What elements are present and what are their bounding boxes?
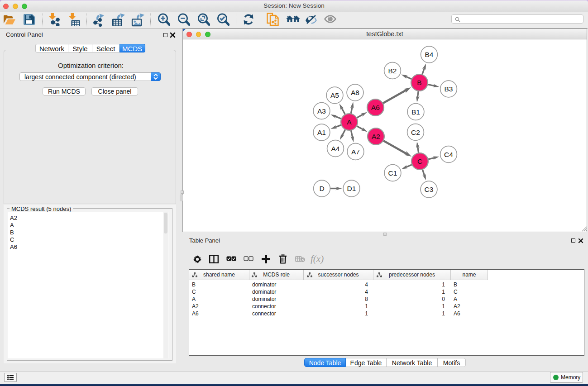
svg-text:A5: A5	[330, 91, 339, 99]
svg-text:D1: D1	[347, 185, 356, 192]
svg-text:A1: A1	[317, 129, 326, 136]
svg-text:B4: B4	[425, 51, 434, 58]
svg-text:B2: B2	[388, 67, 397, 75]
svg-text:B1: B1	[411, 108, 420, 116]
svg-text:A6: A6	[371, 104, 380, 111]
svg-text:A3: A3	[317, 107, 326, 115]
svg-text:A8: A8	[351, 89, 359, 96]
svg-text:C2: C2	[411, 129, 420, 136]
svg-text:A2: A2	[372, 133, 380, 140]
svg-text:C: C	[417, 157, 422, 165]
svg-text:A: A	[347, 118, 352, 126]
svg-text:B3: B3	[445, 85, 453, 93]
svg-text:C1: C1	[388, 169, 397, 177]
svg-text:B: B	[417, 79, 421, 86]
svg-text:C3: C3	[425, 186, 434, 193]
svg-text:A7: A7	[351, 148, 360, 156]
svg-text:D: D	[319, 185, 324, 192]
svg-text:C4: C4	[444, 151, 453, 158]
svg-text:A4: A4	[331, 145, 340, 152]
